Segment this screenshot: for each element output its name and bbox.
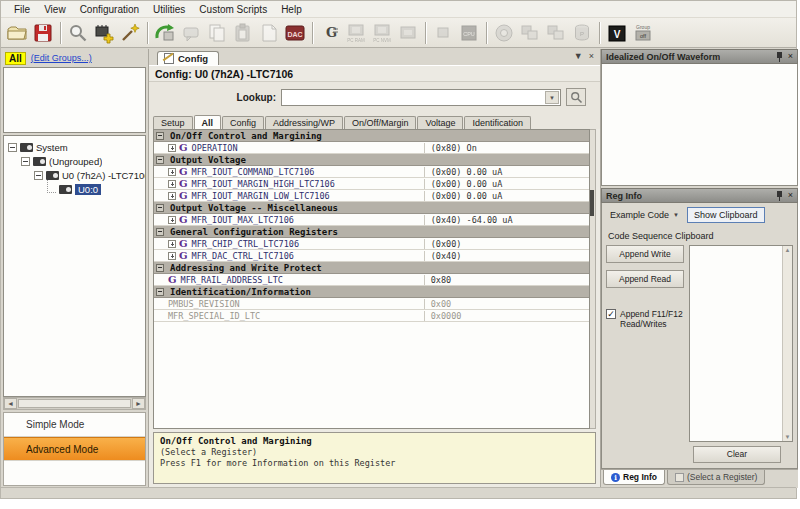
section-row-general-configuration-registers[interactable]: General Configuration Registers xyxy=(154,226,589,238)
tab-on-off-margin[interactable]: On/Off/Margin xyxy=(344,116,416,129)
code-clipboard-textarea[interactable]: ▲ ▼ xyxy=(689,245,793,442)
register-value[interactable]: 0x00 xyxy=(424,299,589,309)
doc-list-dropdown-icon[interactable]: ▼ xyxy=(574,51,583,61)
menu-utilities[interactable]: Utilities xyxy=(146,3,192,16)
tree-expander-icon[interactable] xyxy=(8,143,17,152)
dac-icon[interactable]: DAC xyxy=(283,21,307,45)
section-row-identification-information[interactable]: Identification/Information xyxy=(154,286,589,298)
tree-item-u0-7h2a-ltc7106[interactable]: U0 (7h2A) -LTC7106 xyxy=(4,168,145,182)
telemetry-icon[interactable]: G xyxy=(318,21,342,45)
register-expand-icon[interactable] xyxy=(168,168,176,176)
tab-identification[interactable]: Identification xyxy=(464,116,531,129)
close-icon[interactable]: × xyxy=(788,191,793,200)
scroll-down-icon[interactable]: ▼ xyxy=(785,434,791,440)
scroll-right-icon[interactable]: ► xyxy=(132,398,145,409)
register-value[interactable]: (0x00) 0.00 uA xyxy=(424,167,589,177)
section-collapse-icon[interactable] xyxy=(156,156,164,164)
tab-voltage[interactable]: Voltage xyxy=(417,116,463,129)
tree-expander-icon[interactable] xyxy=(34,171,43,180)
close-icon[interactable]: × xyxy=(788,52,793,61)
tab-all[interactable]: All xyxy=(194,115,222,129)
menu-view[interactable]: View xyxy=(37,3,73,16)
config-document-tab[interactable]: Config xyxy=(157,51,219,65)
register-expand-icon[interactable] xyxy=(168,144,176,152)
tree-item-u0-0[interactable]: U0:0 xyxy=(4,182,145,196)
vertical-view-icon[interactable]: V xyxy=(605,21,629,45)
menu-file[interactable]: File xyxy=(7,3,37,16)
lookup-dropdown-icon[interactable]: ▼ xyxy=(545,91,559,104)
pin-icon[interactable] xyxy=(776,52,783,62)
append-write-button[interactable]: Append Write xyxy=(606,245,684,263)
menu-custom-scripts[interactable]: Custom Scripts xyxy=(192,3,274,16)
section-collapse-icon[interactable] xyxy=(156,204,164,212)
section-row-on-off-control-and-margining[interactable]: On/Off Control and Margining xyxy=(154,130,589,142)
splitter-grip[interactable] xyxy=(590,190,594,216)
wizard-icon[interactable] xyxy=(118,21,142,45)
section-collapse-icon[interactable] xyxy=(156,228,164,236)
tab-config[interactable]: Config xyxy=(222,116,264,129)
menu-configuration[interactable]: Configuration xyxy=(73,3,146,16)
register-value[interactable]: (0x00) xyxy=(424,239,589,249)
section-row-output-voltage[interactable]: Output Voltage xyxy=(154,154,589,166)
save-icon[interactable] xyxy=(31,21,55,45)
tree-expander-icon[interactable] xyxy=(21,157,30,166)
register-value[interactable]: (0x80) On xyxy=(424,143,589,153)
register-value[interactable]: 0x80 xyxy=(424,275,589,285)
section-collapse-icon[interactable] xyxy=(156,264,164,272)
scroll-up-icon[interactable]: ▲ xyxy=(785,247,791,253)
register-expand-icon[interactable] xyxy=(168,192,176,200)
show-clipboard-button[interactable]: Show Clipboard xyxy=(687,207,765,223)
edit-groups-link[interactable]: (Edit Groups...) xyxy=(31,53,92,63)
register-value[interactable]: 0x0000 xyxy=(424,311,589,321)
pin-icon[interactable] xyxy=(776,191,783,201)
tree-hscrollbar[interactable]: ◄ ► xyxy=(3,397,146,410)
register-row-mfr_chip_ctrl_ltc7106[interactable]: GMFR_CHIP_CTRL_LTC7106(0x00) xyxy=(154,238,589,250)
lookup-input[interactable]: ▼ xyxy=(281,89,561,106)
register-expand-icon[interactable] xyxy=(168,180,176,188)
register-row-mfr_special_id_ltc[interactable]: MFR_SPECIAL_ID_LTC0x0000 xyxy=(154,310,589,322)
open-file-icon[interactable] xyxy=(5,21,29,45)
register-row-mfr_iout_command_ltc7106[interactable]: GMFR_IOUT_COMMAND_LTC7106(0x00) 0.00 uA xyxy=(154,166,589,178)
dock-tab--select-a-register-[interactable]: (Select a Register) xyxy=(667,470,765,485)
register-row-mfr_iout_max_ltc7106[interactable]: GMFR_IOUT_MAX_LTC7106(0x40) -64.00 uA xyxy=(154,214,589,226)
write-icon[interactable] xyxy=(153,21,177,45)
group-all-badge[interactable]: All xyxy=(5,52,26,65)
tree-item-system[interactable]: System xyxy=(4,140,145,154)
tab-setup[interactable]: Setup xyxy=(153,116,193,129)
register-value[interactable]: (0x40) -64.00 uA xyxy=(424,215,589,225)
search-icon[interactable] xyxy=(66,21,90,45)
grid-splitter[interactable] xyxy=(590,129,596,429)
register-row-operation[interactable]: GOPERATION(0x80) On xyxy=(154,142,589,154)
dock-tab-reg-info[interactable]: iReg Info xyxy=(603,470,665,485)
register-expand-icon[interactable] xyxy=(168,216,176,224)
clear-button[interactable]: Clear xyxy=(693,446,781,463)
register-row-mfr_iout_margin_low_ltc7106[interactable]: GMFR_IOUT_MARGIN_LOW_LTC7106(0x00) 0.00 … xyxy=(154,190,589,202)
register-expand-icon[interactable] xyxy=(168,240,176,248)
register-row-pmbus_revision[interactable]: PMBUS_REVISION0x00 xyxy=(154,298,589,310)
simple-mode-button[interactable]: Simple Mode xyxy=(4,413,145,437)
append-f11-checkbox[interactable]: ✓ xyxy=(606,309,616,319)
register-value[interactable]: (0x00) 0.00 uA xyxy=(424,179,589,189)
section-row-output-voltage-miscellaneous[interactable]: Output Voltage -- Miscellaneous xyxy=(154,202,589,214)
menu-help[interactable]: Help xyxy=(274,3,309,16)
section-collapse-icon[interactable] xyxy=(156,132,164,140)
doc-close-icon[interactable]: × xyxy=(589,51,594,61)
register-row-mfr_dac_ctrl_ltc7106[interactable]: GMFR_DAC_CTRL_LTC7106(0x40) xyxy=(154,250,589,262)
scrollbar-thumb[interactable] xyxy=(18,399,131,408)
register-expand-icon[interactable] xyxy=(168,252,176,260)
tree-item--ungrouped-[interactable]: (Ungrouped) xyxy=(4,154,145,168)
append-read-button[interactable]: Append Read xyxy=(606,270,684,288)
section-row-addressing-and-write-protect[interactable]: Addressing and Write Protect xyxy=(154,262,589,274)
register-row-mfr_rail_address_ltc[interactable]: GMFR_RAIL_ADDRESS_LTC0x80 xyxy=(154,274,589,286)
scroll-left-icon[interactable]: ◄ xyxy=(4,398,17,409)
register-row-mfr_iout_margin_high_ltc7106[interactable]: GMFR_IOUT_MARGIN_HIGH_LTC7106(0x00) 0.00… xyxy=(154,178,589,190)
group-off-icon[interactable]: Groupoff xyxy=(631,21,655,45)
section-collapse-icon[interactable] xyxy=(156,288,164,296)
register-value[interactable]: (0x00) 0.00 uA xyxy=(424,191,589,201)
tab-addressing-wp[interactable]: Addressing/WP xyxy=(265,116,343,129)
register-value[interactable]: (0x40) xyxy=(424,251,589,261)
advanced-mode-button[interactable]: Advanced Mode xyxy=(4,437,145,461)
example-code-dropdown[interactable]: Example Code ▼ xyxy=(606,208,683,222)
textarea-scrollbar[interactable]: ▲ ▼ xyxy=(782,246,792,441)
lookup-search-button[interactable] xyxy=(566,88,586,106)
